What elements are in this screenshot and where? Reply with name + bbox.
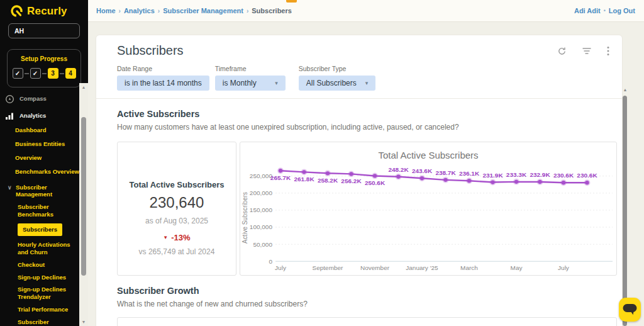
svg-text:0: 0 [269,258,272,265]
svg-text:100,000: 100,000 [250,224,273,231]
svg-text:September: September [313,264,344,271]
down-arrow-icon: ▼ [163,235,168,240]
main-content: Subscribers Date Rangeis in the last 14 … [88,23,644,326]
breadcrumb-item-home[interactable]: Home [96,7,116,14]
main-scrollbar[interactable]: ▲ [622,87,628,326]
chat-launcher-button[interactable] [619,298,641,322]
kpi-change-value: -13% [171,233,190,242]
svg-text:265.7K: 265.7K [270,174,291,181]
chat-bubble-icon [622,303,638,317]
filter-value-text: is Monthly [223,79,257,87]
sidebar-item-label: Subscriber Management [16,184,81,199]
filter-value-subscriber-type[interactable]: All Subscribers▾ [299,76,376,91]
sidebar-item-label: Benchmarks Overview [15,168,79,176]
page-title: Subscribers [117,43,184,58]
sidebar-item-hourly-activations-and-churn[interactable]: Hourly Activations and Churn [0,239,88,259]
sidebar-item-business-entities[interactable]: Business Entities [0,138,88,150]
sidebar-item-label: Compass [19,95,47,103]
sidebar-scrollbar[interactable]: ▲ ▼ [79,83,88,326]
sidebar-item-subscribers[interactable]: Subscribers [0,221,88,239]
scroll-down-icon[interactable]: ▼ [79,320,88,324]
svg-text:July: July [275,264,286,271]
sidebar-item-label: Subscriber Retention [18,318,75,326]
subscriber-growth-description: What is the net change of new and churne… [117,300,617,308]
sidebar-item-subscriber-management[interactable]: ∨Subscriber Management [0,181,88,201]
step-connector [60,73,64,74]
user-name-link[interactable]: Adi Adit [574,7,601,14]
breadcrumb-item-subscriber-management[interactable]: Subscriber Management [163,7,243,14]
chevron-down-icon: ▾ [365,80,369,86]
svg-text:May: May [511,264,523,271]
sidebar-item-label: Sign-up Declines Trendalyzer [18,286,75,301]
setup-step-complete[interactable]: ✓ [13,68,23,79]
filter-value-timeframe[interactable]: is Monthly▾ [215,76,286,91]
main-scrollbar-thumb[interactable] [623,96,627,326]
more-options-icon[interactable] [607,46,609,56]
setup-step-3[interactable]: 3 [48,68,58,79]
topbar-user-links: Adi Adit • Log Out [574,7,635,14]
sidebar-item-sign-up-declines-trendalyzer[interactable]: Sign-up Declines Trendalyzer [0,283,88,303]
svg-text:250.6K: 250.6K [365,179,386,186]
svg-text:236.1K: 236.1K [459,170,480,177]
breadcrumb-separator: › [158,8,160,14]
sidebar-item-label: Analytics [19,112,46,120]
sidebar-item-dashboard[interactable]: Dashboard [0,124,88,137]
subscriber-growth-panel: Subscriber Growthⓘ [117,317,617,326]
subscribers-card: Subscribers Date Rangeis in the last 14 … [96,35,623,326]
logout-link[interactable]: Log Out [609,7,635,14]
svg-text:258.2K: 258.2K [318,177,338,184]
svg-text:233.3K: 233.3K [506,171,527,178]
sidebar-item-overview[interactable]: Overview [0,152,88,164]
section-divider [96,98,622,99]
account-switcher[interactable]: AH [8,23,80,38]
filter-label: Subscriber Type [299,65,376,72]
setup-progress-steps: ✓✓34 [10,68,78,79]
filter-label: Timeframe [215,65,286,72]
svg-text:261.8K: 261.8K [294,176,314,183]
svg-text:200,000: 200,000 [250,189,273,196]
svg-text:248.2K: 248.2K [388,166,409,173]
breadcrumb-separator: › [119,8,121,14]
filter-date-range: Date Rangeis in the last 14 months [117,65,209,91]
filter-icon[interactable] [582,47,592,55]
sidebar-item-analytics[interactable]: Analytics [0,110,88,123]
sidebar-item-label: Business Entities [15,140,65,148]
sidebar-item-checkout[interactable]: Checkout [0,259,88,271]
filter-subscriber-type: Subscriber TypeAll Subscribers▾ [291,65,376,91]
sidebar-item-subscriber-retention[interactable]: Subscriber Retention [0,316,88,326]
sidebar-item-compass[interactable]: Compass [0,93,88,106]
sidebar-scrollbar-thumb[interactable] [81,117,86,276]
active-subscribers-description: How many customers have at least one une… [117,123,617,132]
filter-label: Date Range [117,65,209,72]
breadcrumb-item-subscribers: Subscribers [252,7,292,14]
avatar-label: AH [14,27,24,35]
refresh-icon[interactable] [557,47,567,56]
link-separator: • [604,8,606,14]
filter-value-date-range[interactable]: is in the last 14 months [117,76,209,91]
breadcrumb-item-analytics[interactable]: Analytics [124,7,155,14]
scroll-up-icon[interactable]: ▲ [79,85,88,89]
sidebar: Recurly AH Setup Progress ✓✓34 CompassAn… [0,0,88,326]
sidebar-menu: CompassAnalyticsDashboardBusiness Entiti… [0,93,88,326]
recurly-logo-icon [10,4,23,18]
analytics-icon [5,111,14,120]
chevron-down-icon: ∨ [8,184,12,191]
subscriber-growth-section: Subscriber Growth What is the net change… [96,286,622,326]
recurly-logo[interactable]: Recurly [0,0,88,18]
filters-row: Date Rangeis in the last 14 monthsTimefr… [96,58,622,91]
sidebar-item-label: Subscriber Benchmarks [18,203,75,218]
sidebar-item-benchmarks-overview[interactable]: Benchmarks Overview [0,166,88,178]
scroll-up-icon[interactable]: ▲ [622,87,628,92]
svg-text:250,000: 250,000 [250,172,273,179]
sidebar-item-subscriber-benchmarks[interactable]: Subscriber Benchmarks [0,201,88,221]
setup-step-complete[interactable]: ✓ [30,68,41,79]
sidebar-item-sign-up-declines[interactable]: Sign-up Declines [0,271,88,284]
kpi-value: 230,640 [150,194,204,211]
step-connector [42,73,47,74]
kpi-title: Total Active Subscribers [130,180,225,189]
breadcrumb: Home›Analytics›Subscriber Management›Sub… [96,7,292,14]
sidebar-item-trial-performance[interactable]: Trial Performance [0,303,88,316]
setup-step-4[interactable]: 4 [65,68,76,79]
chevron-down-icon: ▾ [275,80,278,86]
svg-text:256.2K: 256.2K [341,177,362,184]
